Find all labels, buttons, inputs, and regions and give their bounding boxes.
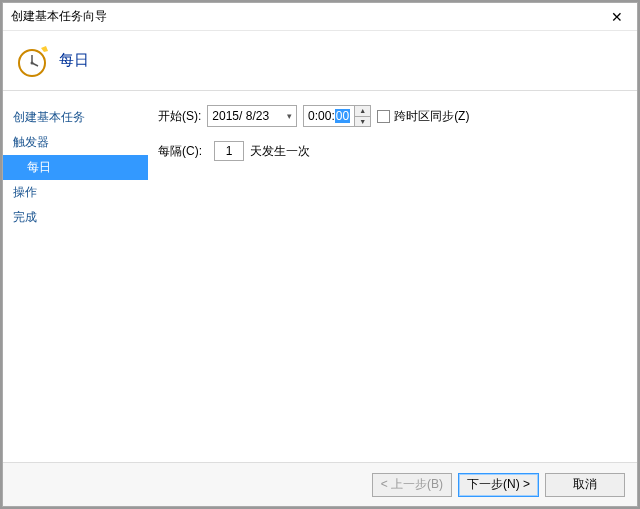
close-icon: ✕ [611, 9, 623, 25]
recur-suffix: 天发生一次 [250, 143, 310, 160]
time-selected-seconds: 00 [335, 109, 350, 123]
next-button[interactable]: 下一步(N) > [458, 473, 539, 497]
window-title: 创建基本任务向导 [11, 8, 597, 25]
time-spinner: ▲ ▼ [354, 106, 370, 126]
date-picker[interactable]: 2015/ 8/23 ▾ [207, 105, 297, 127]
spinner-up-button[interactable]: ▲ [355, 106, 370, 116]
sidebar-item-trigger[interactable]: 触发器 [3, 130, 148, 155]
cancel-button[interactable]: 取消 [545, 473, 625, 497]
sidebar-item-action[interactable]: 操作 [3, 180, 148, 205]
svg-point-3 [31, 61, 34, 64]
recur-interval-input[interactable] [214, 141, 244, 161]
wizard-header: 每日 [3, 31, 637, 91]
wizard-footer: < 上一步(B) 下一步(N) > 取消 [3, 462, 637, 506]
wizard-body: 创建基本任务 触发器 每日 操作 完成 开始(S): 2015/ 8/23 ▾ … [3, 91, 637, 462]
back-button: < 上一步(B) [372, 473, 452, 497]
time-picker[interactable]: 0:00:00 ▲ ▼ [303, 105, 371, 127]
spinner-down-button[interactable]: ▼ [355, 116, 370, 127]
sidebar-item-create-task[interactable]: 创建基本任务 [3, 105, 148, 130]
time-value: 0:00:00 [304, 109, 354, 123]
timezone-sync-checkbox[interactable] [377, 110, 390, 123]
sidebar-item-finish[interactable]: 完成 [3, 205, 148, 230]
date-value: 2015/ 8/23 [212, 109, 269, 123]
recur-label: 每隔(C): [158, 143, 202, 160]
chevron-down-icon: ▾ [287, 111, 292, 121]
start-label: 开始(S): [158, 108, 201, 125]
clock-wizard-icon [15, 44, 49, 78]
titlebar: 创建基本任务向导 ✕ [3, 3, 637, 31]
svg-marker-4 [41, 46, 48, 52]
wizard-sidebar: 创建基本任务 触发器 每日 操作 完成 [3, 91, 148, 462]
sidebar-item-daily[interactable]: 每日 [3, 155, 148, 180]
page-title: 每日 [59, 51, 89, 70]
timezone-sync-label: 跨时区同步(Z) [394, 108, 469, 125]
wizard-content: 开始(S): 2015/ 8/23 ▾ 0:00:00 ▲ ▼ 跨时区同步(Z)… [148, 91, 637, 462]
close-button[interactable]: ✕ [597, 3, 637, 31]
start-row: 开始(S): 2015/ 8/23 ▾ 0:00:00 ▲ ▼ 跨时区同步(Z) [158, 105, 627, 127]
recur-row: 每隔(C): 天发生一次 [158, 141, 627, 161]
wizard-dialog: 创建基本任务向导 ✕ 每日 创建基本任务 触发器 每日 操作 完成 开始 [2, 2, 638, 507]
